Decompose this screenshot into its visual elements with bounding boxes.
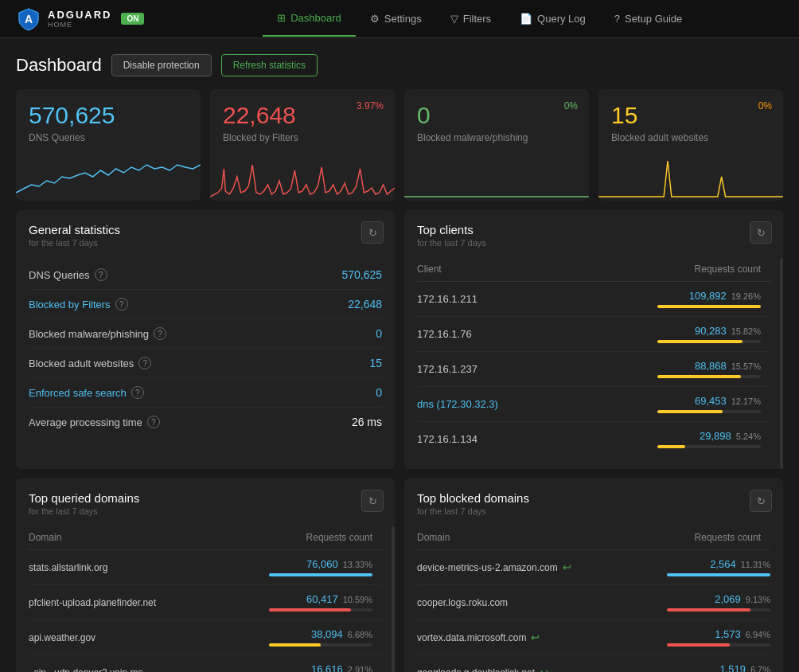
stats-row-dns: DNS Queries ? 570,625 (29, 260, 382, 290)
nav-links: ⊞ Dashboard ⚙ Settings ▽ Filters 📄 Query… (176, 1, 783, 37)
top-queried-row-3: api.weather.gov 38,094 6.68% (29, 620, 382, 655)
unblock-icon-1[interactable]: ↩ (563, 561, 571, 573)
blocked-domain-col-header: Domain (417, 532, 695, 543)
requests-col-header: Requests count (695, 264, 761, 275)
unblock-icon-4[interactable]: ↩ (540, 666, 548, 672)
client-domain-2[interactable]: 172.16.1.76 (417, 328, 657, 340)
queried-domain-4[interactable]: _sip._udp.denver2.voip.ms (29, 667, 269, 673)
queried-domain-col-header: Domain (29, 532, 306, 543)
client-col-header: Client (417, 264, 695, 275)
top-clients-sub: for the last 7 days (417, 238, 770, 248)
blocked-filters-info-icon[interactable]: ? (115, 298, 128, 311)
queried-count-3: 38,094 (311, 628, 343, 640)
nav-settings[interactable]: ⚙ Settings (356, 1, 436, 37)
stats-label-blocked-adult: Blocked adult websites ? (29, 357, 151, 369)
middle-panels-row: General statistics for the last 7 days ↻… (16, 210, 783, 469)
page-header: Dashboard Disable protection Refresh sta… (16, 54, 783, 76)
malware-info-icon[interactable]: ? (154, 327, 166, 340)
refresh-statistics-button[interactable]: Refresh statistics (221, 54, 318, 76)
blocked-pct-4: 6.7% (750, 665, 770, 673)
top-blocked-row-2: cooper.logs.roku.com 2,069 9.13% (417, 585, 770, 620)
stat-card-dns: 570,625 DNS Queries (16, 89, 201, 201)
nav-dashboard[interactable]: ⊞ Dashboard (263, 1, 356, 37)
stat-cards-row: 570,625 DNS Queries 3.97% 22,648 Blocked… (16, 89, 783, 201)
general-stats-refresh-button[interactable]: ↻ (361, 221, 384, 244)
logo: A ADGUARD HOME ON (16, 6, 144, 32)
stats-row-avg-time: Average processing time ? 26 ms (29, 408, 382, 436)
blocked-adult-label: Blocked adult websites (611, 132, 770, 143)
queried-pct-2: 10.59% (343, 595, 372, 604)
nav-setupguide[interactable]: ? Setup Guide (600, 1, 697, 37)
client-domain-3[interactable]: 172.16.1.237 (417, 363, 657, 375)
queried-count-2: 60,417 (306, 593, 338, 605)
top-queried-refresh-button[interactable]: ↻ (361, 490, 384, 512)
blocked-count-1: 2,564 (710, 558, 736, 570)
top-queried-row-1: stats.allstarlink.org 76,060 13.33% (29, 550, 382, 585)
stat-card-blocked-filters: 3.97% 22,648 Blocked by Filters (210, 89, 395, 201)
top-clients-refresh-button[interactable]: ↻ (750, 221, 772, 244)
queried-count-4: 16,616 (311, 663, 343, 672)
client-domain-1[interactable]: 172.16.1.211 (417, 293, 657, 305)
safe-search-info-icon[interactable]: ? (131, 386, 144, 399)
nav-filters[interactable]: ▽ Filters (436, 1, 505, 37)
avg-time-info-icon[interactable]: ? (147, 416, 160, 428)
queried-domain-3[interactable]: api.weather.gov (29, 632, 269, 643)
querylog-icon: 📄 (520, 13, 532, 25)
stats-label-blocked-malware: Blocked malware/phishing ? (29, 327, 166, 340)
client-count-3: 88,868 (695, 360, 727, 372)
general-stats-panel: General statistics for the last 7 days ↻… (16, 210, 395, 469)
top-blocked-table-header: Domain Requests count (417, 529, 770, 550)
queried-pct-4: 2.91% (348, 665, 372, 673)
adult-info-icon[interactable]: ? (138, 357, 151, 369)
blocked-adult-pct: 0% (758, 100, 772, 111)
stats-label-blocked-filters[interactable]: Blocked by Filters ? (29, 298, 128, 311)
blocked-count-2: 2,069 (715, 593, 741, 605)
disable-protection-button[interactable]: Disable protection (111, 54, 212, 76)
dns-queries-number: 570,625 (29, 102, 188, 129)
top-blocked-panel: Top blocked domains for the last 7 days … (404, 479, 783, 672)
general-stats-sub: for the last 7 days (29, 238, 382, 248)
top-clients-row-1: 172.16.1.211 109,892 19.26% (417, 282, 770, 317)
top-blocked-sub: for the last 7 days (417, 506, 770, 516)
queried-domain-1[interactable]: stats.allstarlink.org (29, 562, 269, 573)
client-domain-5[interactable]: 172.16.1.134 (417, 433, 657, 445)
queried-pct-3: 6.68% (348, 630, 372, 639)
unblock-icon-3[interactable]: ↩ (531, 631, 540, 643)
blocked-domain-3[interactable]: vortex.data.microsoft.com (417, 632, 526, 643)
queried-domain-2[interactable]: pfclient-upload.planefinder.net (29, 597, 269, 608)
blocked-filters-label: Blocked by Filters (223, 132, 382, 143)
top-blocked-row-1: device-metrics-us-2.amazon.com ↩ 2,564 1… (417, 550, 770, 585)
logo-name: ADGUARD (48, 9, 111, 21)
stat-card-blocked-adult: 0% 15 Blocked adult websites (598, 89, 783, 201)
queried-count-1: 76,060 (306, 558, 338, 570)
stats-value-safe-search: 0 (376, 386, 382, 399)
client-pct-5: 5.24% (736, 432, 761, 441)
top-blocked-row-4: googleads.g.doubleclick.net ↩ 1,519 6.7% (417, 655, 770, 672)
client-count-4: 69,453 (695, 395, 727, 407)
stats-label-safe-search[interactable]: Enforced safe search ? (29, 386, 144, 399)
top-queried-sub: for the last 7 days (29, 506, 382, 516)
general-stats-title: General statistics (29, 223, 382, 236)
top-queried-panel: Top queried domains for the last 7 days … (16, 479, 395, 672)
client-pct-4: 12.17% (731, 397, 761, 406)
stats-value-blocked-filters: 22,648 (348, 298, 382, 311)
logo-sub: HOME (48, 21, 111, 29)
dns-queries-label: DNS Queries (29, 132, 188, 143)
client-domain-4[interactable]: dns (172.30.32.3) (417, 398, 657, 410)
blocked-domain-4[interactable]: googleads.g.doubleclick.net (417, 667, 535, 673)
blocked-domain-1[interactable]: device-metrics-us-2.amazon.com (417, 562, 558, 573)
blocked-malware-pct: 0% (564, 100, 578, 111)
top-clients-row-3: 172.16.1.237 88,868 15.57% (417, 352, 770, 387)
blocked-pct-3: 6.94% (746, 630, 770, 639)
client-pct-3: 15.57% (731, 361, 761, 371)
top-blocked-refresh-button[interactable]: ↻ (750, 490, 772, 512)
stats-row-blocked-filters: Blocked by Filters ? 22,648 (29, 290, 382, 319)
stat-card-blocked-malware: 0% 0 Blocked malware/phishing (404, 89, 589, 201)
dns-info-icon[interactable]: ? (95, 268, 107, 281)
stats-value-blocked-adult: 15 (369, 357, 382, 369)
bottom-panels-row: Top queried domains for the last 7 days … (16, 479, 783, 672)
nav-querylog[interactable]: 📄 Query Log (505, 1, 600, 37)
client-pct-1: 19.26% (731, 291, 761, 301)
blocked-domain-2[interactable]: cooper.logs.roku.com (417, 597, 508, 608)
top-clients-panel: Top clients for the last 7 days ↻ Client… (404, 210, 783, 469)
